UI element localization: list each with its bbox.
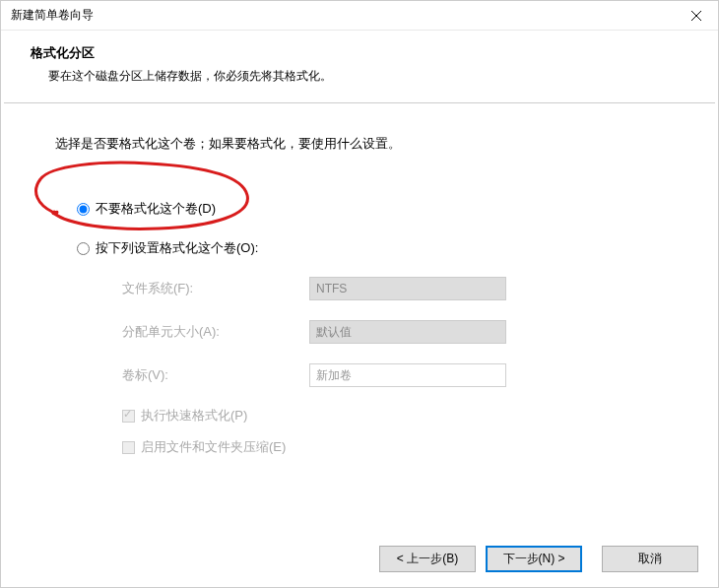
- quick-format-checkbox-box: [122, 410, 135, 423]
- compression-label: 启用文件和文件夹压缩(E): [141, 438, 286, 456]
- titlebar: 新建简单卷向导: [1, 1, 718, 31]
- radio-no-format[interactable]: 不要格式化这个卷(D): [77, 200, 669, 218]
- format-settings: 文件系统(F): NTFS 分配单元大小(A): 默认值 卷标(V): 新加卷: [122, 277, 669, 387]
- filesystem-value: NTFS: [316, 282, 347, 295]
- compression-checkbox-box: [122, 441, 135, 454]
- radio-format-label: 按下列设置格式化这个卷(O):: [96, 239, 258, 257]
- radio-no-format-input[interactable]: [77, 203, 90, 216]
- radio-format-input[interactable]: [77, 242, 90, 255]
- instruction-text: 选择是否要格式化这个卷；如果要格式化，要使用什么设置。: [55, 135, 669, 153]
- close-button[interactable]: [674, 1, 718, 31]
- next-button[interactable]: 下一步(N) >: [486, 546, 582, 572]
- compression-checkbox: 启用文件和文件夹压缩(E): [122, 438, 669, 456]
- close-icon: [691, 11, 701, 21]
- filesystem-row: 文件系统(F): NTFS: [122, 277, 669, 300]
- allocation-value: 默认值: [316, 324, 352, 341]
- quick-format-label: 执行快速格式化(P): [141, 407, 247, 425]
- window-title: 新建简单卷向导: [11, 7, 94, 24]
- wizard-header: 格式化分区 要在这个磁盘分区上储存数据，你必须先将其格式化。: [1, 31, 718, 102]
- allocation-row: 分配单元大小(A): 默认值: [122, 320, 669, 344]
- radio-format[interactable]: 按下列设置格式化这个卷(O):: [77, 239, 669, 257]
- volume-label-input: 新加卷: [309, 363, 506, 387]
- page-title: 格式化分区: [31, 44, 688, 62]
- allocation-label: 分配单元大小(A):: [122, 323, 309, 341]
- volume-label-value: 新加卷: [316, 367, 352, 384]
- cancel-button[interactable]: 取消: [602, 546, 698, 572]
- volume-label-row: 卷标(V): 新加卷: [122, 363, 669, 387]
- wizard-content: 选择是否要格式化这个卷；如果要格式化，要使用什么设置。 不要格式化这个卷(D) …: [1, 103, 718, 456]
- radio-no-format-label: 不要格式化这个卷(D): [96, 200, 216, 218]
- page-description: 要在这个磁盘分区上储存数据，你必须先将其格式化。: [48, 68, 688, 85]
- wizard-buttons: < 上一步(B) 下一步(N) > 取消: [379, 546, 698, 572]
- quick-format-checkbox: 执行快速格式化(P): [122, 407, 669, 425]
- allocation-select: 默认值: [309, 320, 506, 344]
- filesystem-select: NTFS: [309, 277, 506, 300]
- back-button[interactable]: < 上一步(B): [379, 546, 476, 572]
- filesystem-label: 文件系统(F):: [122, 280, 309, 297]
- volume-label-label: 卷标(V):: [122, 366, 309, 384]
